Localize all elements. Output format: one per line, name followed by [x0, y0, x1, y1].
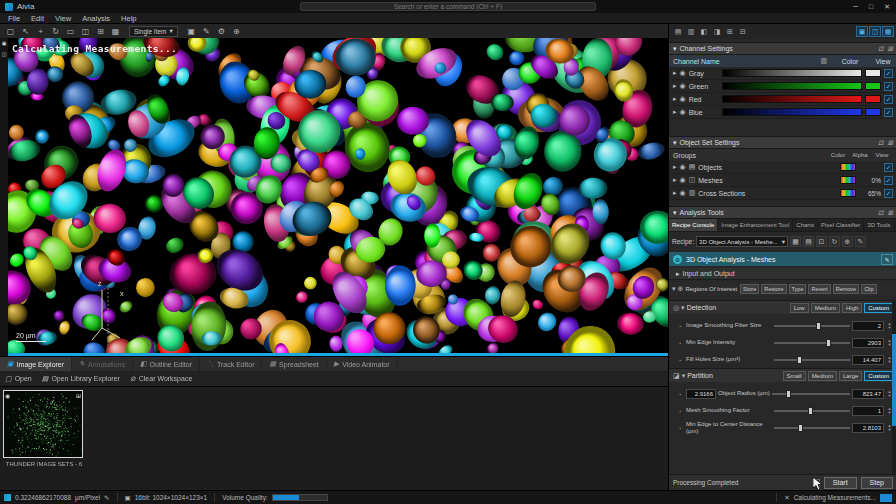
param-slider[interactable] — [774, 321, 850, 331]
view-layout3-icon[interactable]: ▦ — [882, 26, 894, 37]
object-set-settings-header[interactable]: ▾ Object Set Settings ⊡⊞ — [669, 136, 896, 149]
annotate-icon[interactable]: ✎ — [200, 26, 213, 37]
viewport-3d[interactable]: Calculating Measurements... z x 20 µm — [8, 38, 668, 356]
pencil-icon[interactable]: ✎ — [104, 494, 109, 502]
view-checkbox[interactable]: ✓ — [884, 163, 893, 172]
roi-type-button[interactable]: Type — [789, 284, 807, 294]
popout-icon[interactable]: ⊞ — [888, 45, 893, 53]
cancel-task-icon[interactable]: ✕ — [784, 494, 789, 502]
step-button[interactable]: Step — [861, 477, 893, 489]
tab-recipe-console[interactable]: Recipe Console — [669, 219, 718, 231]
channel-row-gray[interactable]: ▸ ◉ Gray ✓ — [669, 67, 896, 80]
remove-panel-icon[interactable]: ⊟ — [737, 26, 749, 37]
channel-view-checkbox[interactable]: ✓ — [884, 108, 893, 117]
analysis-tools-header[interactable]: ▾ Analysis Tools ⊡⊞ — [669, 206, 896, 219]
tab-charts[interactable]: Charts — [793, 219, 818, 231]
view-checkbox[interactable]: ✓ — [884, 189, 893, 198]
channel-row-green[interactable]: ▸ ◉ Green ✓ — [669, 80, 896, 93]
layout-single-icon[interactable]: ▭ — [64, 26, 77, 37]
param-slider[interactable] — [774, 338, 850, 348]
start-button[interactable]: Start — [824, 477, 857, 489]
minimize-icon[interactable]: ─ — [853, 3, 858, 10]
tab-annotations[interactable]: ✎Annotations — [72, 357, 133, 371]
preset-small-button[interactable]: Small — [783, 371, 806, 381]
chevron-right-icon[interactable]: ▸ — [673, 108, 677, 116]
chevron-right-icon[interactable]: ▸ — [673, 189, 677, 197]
chevron-down-icon[interactable]: ▾ — [672, 285, 676, 293]
histogram-icon[interactable]: ▥ — [820, 57, 827, 65]
pin-icon[interactable]: ⊡ — [878, 139, 883, 147]
preset-high-button[interactable]: High — [842, 303, 862, 313]
chevron-right-icon[interactable]: ▸ — [673, 163, 677, 171]
recipe-title-bar[interactable]: ⚙ 3D Object Analysis - Meshes ✎ — [669, 252, 896, 266]
preset-custom-button[interactable]: Custom — [864, 371, 893, 381]
objectset-row-meshes[interactable]: ▸ ◉ ◫ Meshes 0% ✓ — [669, 174, 896, 187]
preset-large-button[interactable]: Large — [839, 371, 862, 381]
eye-icon[interactable]: ◉ — [680, 176, 686, 184]
step-down-icon[interactable]: ▼ — [888, 326, 892, 330]
view-checkbox[interactable]: ✓ — [884, 176, 893, 185]
tab-3d-tools[interactable]: 3D Tools — [864, 219, 894, 231]
chevron-down-icon[interactable]: ▾ — [681, 304, 685, 312]
param-slider[interactable] — [772, 389, 850, 399]
pointer-tool-icon[interactable]: ↖ — [19, 26, 32, 37]
add-panel-icon[interactable]: ⊞ — [724, 26, 736, 37]
partition-header[interactable]: ◪ ▾ Partition Small Medium Large Custom — [669, 368, 896, 382]
popout-icon[interactable]: ⊞ — [76, 392, 81, 399]
settings-icon[interactable]: ⚙ — [215, 26, 228, 37]
half-right-icon[interactable]: ◨ — [711, 26, 723, 37]
pencil-icon[interactable]: ✎ — [881, 254, 893, 265]
chevron-down-icon[interactable]: ▾ — [682, 372, 686, 380]
panel-scrollbar[interactable] — [892, 300, 896, 476]
tab-outline-editor[interactable]: ◧Outline Editor — [133, 357, 200, 371]
recipe-add-icon[interactable]: ⊕ — [842, 236, 853, 247]
channel-color-swatch[interactable] — [865, 108, 881, 116]
channel-row-blue[interactable]: ▸ ◉ Blue ✓ — [669, 106, 896, 119]
param-slider[interactable] — [774, 423, 850, 433]
panel-icon[interactable]: ◫ — [2, 51, 7, 57]
preset-medium-button[interactable]: Medium — [808, 371, 837, 381]
view-layout2-icon[interactable]: ◫ — [869, 26, 881, 37]
step-down-icon[interactable]: ▼ — [888, 343, 892, 347]
popout-icon[interactable]: ⊞ — [888, 139, 893, 147]
close-icon[interactable]: ✕ — [884, 3, 890, 11]
half-left-icon[interactable]: ◧ — [698, 26, 710, 37]
alpha-value[interactable]: 0% — [859, 177, 881, 184]
channel-histogram[interactable] — [722, 82, 862, 90]
recipe-edit-icon[interactable]: ✎ — [855, 236, 866, 247]
channel-view-checkbox[interactable]: ✓ — [884, 95, 893, 104]
roi-remove-button[interactable]: Remove — [833, 284, 859, 294]
recipe-select[interactable]: 3D Object Analysis - Meshe... ▾ — [696, 236, 788, 247]
param-value[interactable]: 823.47 — [852, 389, 884, 399]
roi-restore-button[interactable]: Restore — [761, 284, 786, 294]
color-map-chip[interactable] — [840, 176, 856, 184]
page-icon[interactable]: ▣ — [2, 40, 7, 46]
roi-revert-button[interactable]: Revert — [808, 284, 830, 294]
open-library-explorer-button[interactable]: ▤Open Library Explorer — [42, 375, 120, 383]
channel-view-checkbox[interactable]: ✓ — [884, 69, 893, 78]
view-mode-select[interactable]: Single Item ▾ — [129, 26, 178, 37]
roi-clip-button[interactable]: Clip — [861, 284, 876, 294]
param-min-value[interactable]: 2.9166 — [686, 389, 716, 399]
step-down-icon[interactable]: ▼ — [888, 428, 892, 432]
color-map-chip[interactable] — [840, 189, 856, 197]
channel-color-swatch[interactable] — [865, 82, 881, 90]
eye-icon[interactable]: ◉ — [680, 163, 686, 171]
snapshot-icon[interactable]: ▣ — [185, 26, 198, 37]
eye-icon[interactable]: ◉ — [680, 189, 686, 197]
input-output-row[interactable]: ▸ Input and Output — [669, 268, 896, 280]
step-down-icon[interactable]: ▼ — [888, 394, 892, 398]
recipe-open-icon[interactable]: ▤ — [803, 236, 814, 247]
pan-tool-icon[interactable]: + — [34, 26, 47, 37]
channel-histogram[interactable] — [722, 108, 862, 116]
select-tool-icon[interactable]: ▢ — [4, 26, 17, 37]
param-value[interactable]: 2 — [852, 321, 884, 331]
maximize-icon[interactable]: □ — [869, 3, 873, 10]
eye-icon[interactable]: ◉ — [5, 392, 10, 399]
recipe-save-icon[interactable]: ▦ — [790, 236, 801, 247]
param-slider[interactable] — [774, 355, 850, 365]
channel-settings-header[interactable]: ▾ Channel Settings ⊡⊞ — [669, 42, 896, 55]
menu-help[interactable]: Help — [121, 14, 136, 23]
color-map-chip[interactable] — [840, 163, 856, 171]
command-search-input[interactable] — [300, 2, 596, 11]
